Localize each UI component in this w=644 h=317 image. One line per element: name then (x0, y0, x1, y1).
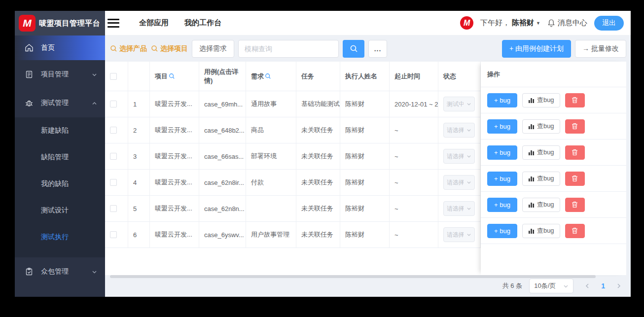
chevron-down-icon (466, 232, 471, 237)
cell-task: 未关联任务 (296, 143, 340, 170)
add-bug-button[interactable]: + bug (487, 145, 517, 160)
topbar: 全部应用 我的工作台 M 下午好，陈裕财 ▼ 消息中心 退出 (105, 11, 631, 35)
row-checkbox[interactable] (110, 231, 117, 238)
sub-item-label: 测试设计 (41, 206, 69, 215)
delete-button[interactable] (565, 224, 585, 238)
cell-project: 唛盟云开发... (150, 143, 199, 170)
view-bug-label: 查bug (537, 122, 554, 131)
sidebar-item-defect-mgmt[interactable]: 缺陷管理 (15, 144, 105, 171)
sidebar-item-testing[interactable]: 测试管理 (15, 89, 105, 117)
view-bug-button[interactable]: 查bug (522, 119, 560, 134)
add-bug-button[interactable]: + bug (487, 119, 517, 134)
tab-my-workspace[interactable]: 我的工作台 (184, 18, 221, 28)
message-center[interactable]: 消息中心 (547, 18, 587, 28)
sub-item-label: 新建缺陷 (41, 126, 69, 135)
horizontal-scrollbar[interactable] (110, 275, 596, 278)
status-select[interactable]: 请选择 (443, 201, 475, 216)
testing-submenu: 新建缺陷 缺陷管理 我的缺陷 测试设计 测试执行 (15, 117, 105, 257)
cell-case[interactable]: case_66sas... (199, 143, 246, 170)
chevron-down-icon (92, 269, 97, 275)
view-bug-button[interactable]: 查bug (522, 172, 560, 186)
select-product-link[interactable]: 选择产品 (110, 44, 147, 53)
select-requirement-button[interactable]: 选择需求 (192, 40, 234, 58)
view-bug-button[interactable]: 查bug (522, 93, 560, 107)
create-plan-from-case-button[interactable]: + 由用例创建计划 (502, 40, 571, 58)
operations-row: + bug查bug (481, 218, 626, 244)
trash-icon (572, 123, 578, 130)
chevron-left-icon (584, 283, 590, 289)
trash-icon (572, 227, 578, 234)
sidebar-item-label: 众包管理 (41, 267, 69, 276)
cell-project: 唛盟云开发... (150, 117, 199, 143)
chevron-down-icon (92, 72, 97, 77)
add-bug-button[interactable]: + bug (487, 172, 517, 186)
page-size-select[interactable]: 10条/页 (529, 279, 573, 293)
sidebar-item-home[interactable]: 首页 (15, 35, 105, 60)
home-icon (25, 43, 34, 52)
sidebar-item-crowdsourcing[interactable]: 众包管理 (15, 257, 105, 286)
cell-dates: ~ (390, 170, 438, 196)
row-checkbox[interactable] (110, 127, 117, 134)
delete-button[interactable] (565, 119, 585, 134)
delete-button[interactable] (565, 198, 585, 212)
select-project-link[interactable]: 选择项目 (151, 44, 188, 53)
sidebar-item-my-defects[interactable]: 我的缺陷 (15, 171, 105, 197)
status-value: 测试中 (447, 100, 464, 108)
cell-index: 3 (128, 143, 150, 170)
prev-page-button[interactable] (584, 283, 590, 289)
search-icon (151, 45, 158, 52)
view-bug-button[interactable]: 查bug (522, 198, 560, 212)
status-select[interactable]: 测试中 (443, 97, 475, 111)
batch-edit-button[interactable]: → 批量修改 (575, 40, 626, 58)
delete-button[interactable] (565, 145, 585, 160)
status-select[interactable]: 请选择 (443, 175, 475, 190)
delete-button[interactable] (565, 172, 585, 186)
search-button[interactable] (343, 40, 364, 58)
row-checkbox[interactable] (110, 205, 117, 212)
sidebar-item-clipped[interactable] (15, 286, 105, 297)
page-nav: 1 (584, 282, 622, 290)
hamburger-menu-icon[interactable] (107, 19, 119, 28)
next-page-button[interactable] (616, 283, 622, 289)
delete-button[interactable] (565, 93, 585, 107)
cell-dates: ~ (390, 143, 438, 170)
sidebar-item-test-execution[interactable]: 测试执行 (15, 224, 105, 250)
sidebar-item-new-defect[interactable]: 新建缺陷 (15, 117, 105, 144)
clipped-label (41, 296, 69, 297)
search-icon[interactable] (169, 73, 175, 79)
view-bug-button[interactable]: 查bug (522, 145, 560, 160)
status-select[interactable]: 请选择 (443, 149, 475, 164)
row-checkbox[interactable] (110, 153, 117, 160)
row-checkbox[interactable] (110, 179, 117, 186)
add-bug-button[interactable]: + bug (487, 93, 517, 107)
search-icon (350, 44, 358, 53)
user-menu[interactable]: 下午好，陈裕财 ▼ (480, 18, 540, 28)
cell-index: 4 (128, 170, 150, 196)
tab-all-apps[interactable]: 全部应用 (139, 18, 169, 28)
add-bug-button[interactable]: + bug (487, 198, 517, 212)
status-select[interactable]: 请选择 (443, 227, 475, 242)
chevron-down-icon (563, 283, 569, 289)
cell-case[interactable]: case_69mh... (199, 91, 246, 117)
row-checkbox[interactable] (110, 101, 117, 107)
cell-requirement: 付款 (246, 170, 296, 196)
more-actions-button[interactable]: ... (368, 40, 387, 58)
view-bug-button[interactable]: 查bug (522, 224, 560, 238)
user-avatar[interactable]: M (460, 16, 473, 30)
view-bug-label: 查bug (537, 96, 554, 105)
cell-case[interactable]: case_62n8n... (199, 196, 246, 222)
cell-case[interactable]: case_648b2... (199, 117, 246, 143)
cell-status: 请选择 (438, 170, 481, 196)
select-all-checkbox[interactable] (110, 73, 117, 80)
status-select[interactable]: 请选择 (443, 123, 475, 138)
fuzzy-search-input[interactable] (238, 40, 339, 58)
page-number-current[interactable]: 1 (601, 282, 605, 290)
logout-button[interactable]: 退出 (594, 16, 624, 31)
sidebar-item-projects[interactable]: 项目管理 (15, 60, 105, 89)
cell-requirement: 商品 (246, 117, 296, 143)
cell-case[interactable]: case_6yswv... (199, 222, 246, 248)
cell-case[interactable]: case_62n8ir... (199, 170, 246, 196)
add-bug-button[interactable]: + bug (487, 224, 517, 238)
sidebar-item-test-design[interactable]: 测试设计 (15, 197, 105, 224)
search-icon[interactable] (265, 73, 271, 79)
